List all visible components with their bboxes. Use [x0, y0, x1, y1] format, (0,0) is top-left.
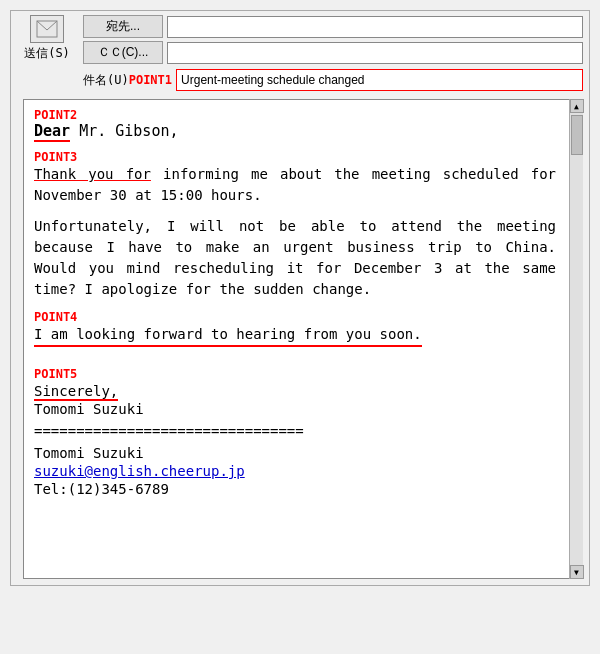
send-button-area: 送信(S)	[17, 15, 77, 62]
paragraph2: Unfortunately, I will not be able to att…	[34, 216, 556, 300]
name-signed: Tomomi Suzuki	[34, 401, 556, 417]
cc-input[interactable]	[167, 42, 583, 64]
subject-label: 件名(U)POINT1	[83, 72, 172, 89]
salutation-rest: Mr. Gibson,	[70, 122, 178, 140]
cc-row: ＣＣ(C)...	[83, 41, 583, 64]
scroll-down-arrow[interactable]: ▼	[570, 565, 584, 579]
cc-button[interactable]: ＣＣ(C)...	[83, 41, 163, 64]
point5-label: POINT5	[34, 367, 556, 381]
point3-label: POINT3	[34, 150, 556, 164]
to-input[interactable]	[167, 16, 583, 38]
salutation: Dear Mr. Gibson,	[34, 122, 556, 140]
to-row: 宛先...	[83, 15, 583, 38]
send-icon[interactable]	[30, 15, 64, 43]
sincerely: Sincerely,	[34, 383, 118, 401]
closing-para: I am looking forward to hearing from you…	[34, 324, 556, 357]
header-section: 送信(S) 宛先... ＣＣ(C)... 件名(U)POINT1	[11, 11, 589, 95]
sig-tel: Tel:(12)345-6789	[34, 481, 556, 497]
point2-label: POINT2	[34, 108, 556, 122]
closing-sentence: I am looking forward to hearing from you…	[34, 324, 422, 347]
send-label: 送信(S)	[24, 45, 70, 62]
dear-text: Dear	[34, 122, 70, 142]
subject-input[interactable]	[176, 69, 583, 91]
fields-area: 宛先... ＣＣ(C)... 件名(U)POINT1	[83, 15, 583, 91]
scroll-up-arrow[interactable]: ▲	[570, 99, 584, 113]
body-wrapper: POINT2 Dear Mr. Gibson, POINT3 Thank you…	[17, 99, 583, 579]
to-button[interactable]: 宛先...	[83, 15, 163, 38]
scroll-thumb[interactable]	[571, 115, 583, 155]
point1-label: POINT1	[129, 73, 172, 87]
scrollbar[interactable]: ▲ ▼	[569, 99, 583, 579]
thank-you-underlined: Thank you for	[34, 166, 151, 182]
email-client: 送信(S) 宛先... ＣＣ(C)... 件名(U)POINT1	[10, 10, 590, 586]
body-section[interactable]: POINT2 Dear Mr. Gibson, POINT3 Thank you…	[23, 99, 577, 579]
separator: ================================	[34, 423, 556, 439]
paragraph1: Thank you for informing me about the mee…	[34, 164, 556, 206]
point4-label: POINT4	[34, 310, 556, 324]
subject-row: 件名(U)POINT1	[83, 69, 583, 91]
sig-name: Tomomi Suzuki	[34, 445, 556, 461]
sig-email[interactable]: suzuki@english.cheerup.jp	[34, 463, 556, 479]
